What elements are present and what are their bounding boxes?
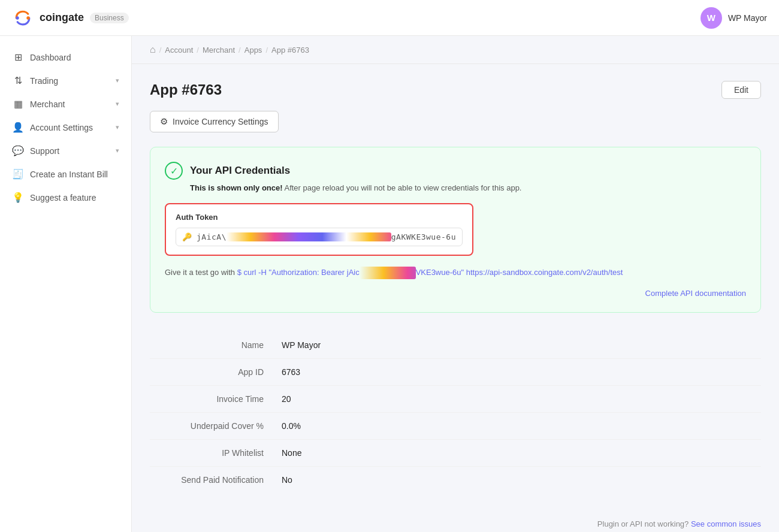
detail-value: 0.0% [282, 421, 301, 431]
token-blurred [227, 232, 391, 241]
sidebar-item-label: Suggest a feature [30, 193, 96, 202]
api-doc-link-area: Complete API documentation [165, 289, 746, 298]
home-icon[interactable]: ⌂ [150, 44, 156, 55]
api-subtitle-bold: This is shown only once! [190, 183, 283, 192]
settings-icon: ⚙ [160, 116, 168, 127]
page-footer: Plugin or API not working? See common is… [132, 510, 779, 532]
detail-label: Name [150, 340, 282, 350]
sidebar-item-merchant[interactable]: ▦ Merchant ▾ [0, 92, 131, 116]
main-content: ⌂ / Account / Merchant / Apps / App #676… [132, 36, 779, 532]
sidebar-item-account-settings[interactable]: 👤 Account Settings ▾ [0, 116, 131, 139]
breadcrumb-sep: / [238, 46, 241, 55]
trading-icon: ⇅ [12, 75, 24, 86]
breadcrumb-apps[interactable]: Apps [244, 46, 262, 55]
check-icon: ✓ [165, 162, 183, 180]
top-bar: coingate Business W WP Mayor [0, 0, 779, 36]
account-settings-icon: 👤 [12, 122, 24, 133]
chevron-down-icon: ▾ [116, 77, 119, 84]
breadcrumb-sep: / [159, 46, 162, 55]
api-doc-link[interactable]: Complete API documentation [645, 289, 746, 298]
sidebar-item-label: Create an Instant Bill [30, 170, 108, 179]
detail-label: IP Whitelist [150, 448, 282, 458]
detail-value: WP Mayor [282, 340, 321, 350]
detail-value: None [282, 448, 301, 458]
detail-value: 6763 [282, 367, 300, 377]
page-content-area: App #6763 Edit ⚙ Invoice Currency Settin… [132, 64, 779, 510]
dashboard-icon: ⊞ [12, 52, 24, 63]
user-name: WP Mayor [728, 13, 767, 23]
key-icon: 🔑 [182, 232, 192, 241]
main-area: ⊞ Dashboard ⇅ Trading ▾ ▦ Merchant ▾ 👤 A… [0, 36, 779, 532]
test-prefix: Give it a test go with [165, 268, 237, 277]
sidebar-item-label: Trading [30, 76, 58, 86]
sidebar-item-label: Support [30, 146, 59, 156]
app-wrapper: coingate Business W WP Mayor ⊞ Dashboard… [0, 0, 779, 532]
detail-label: Underpaid Cover % [150, 421, 282, 431]
breadcrumb-merchant[interactable]: Merchant [203, 46, 235, 55]
logo-text: coingate [40, 11, 84, 24]
instant-bill-icon: 🧾 [12, 168, 24, 180]
test-command: $ curl -H "Authorization: Bearer jAic VK… [237, 268, 464, 277]
auth-token-label: Auth Token [176, 213, 463, 222]
suggest-icon: 💡 [12, 192, 24, 203]
table-row: App ID 6763 [150, 359, 761, 386]
sidebar-item-label: Dashboard [30, 53, 71, 62]
svg-point-1 [16, 16, 19, 19]
business-badge: Business [90, 13, 129, 23]
api-card-header: ✓ Your API Credentials [165, 162, 746, 180]
api-credentials-title: Your API Credentials [190, 165, 290, 177]
chevron-down-icon: ▾ [116, 123, 119, 131]
chevron-down-icon: ▾ [116, 147, 119, 155]
sidebar-item-label: Merchant [30, 99, 65, 109]
common-issues-link[interactable]: See common issues [691, 519, 761, 528]
invoice-currency-button[interactable]: ⚙ Invoice Currency Settings [150, 111, 279, 132]
detail-label: Invoice Time [150, 394, 282, 404]
user-avatar: W [701, 7, 722, 29]
test-url[interactable]: https://api-sandbox.coingate.com/v2/auth… [466, 268, 623, 277]
breadcrumb-sep: / [265, 46, 268, 55]
api-subtitle-rest: After page reload you will not be able t… [283, 183, 522, 192]
detail-label: App ID [150, 367, 282, 377]
merchant-icon: ▦ [12, 98, 24, 110]
edit-button[interactable]: Edit [721, 81, 761, 99]
sidebar-item-label: Account Settings [30, 123, 93, 132]
auth-token-input-row: 🔑 jAicA\ gAKWKE3wue-6u [176, 228, 463, 246]
table-row: Name WP Mayor [150, 332, 761, 359]
breadcrumb: ⌂ / Account / Merchant / Apps / App #676… [132, 36, 779, 64]
table-row: Invoice Time 20 [150, 386, 761, 413]
breadcrumb-current: App #6763 [271, 46, 309, 55]
sidebar-item-trading[interactable]: ⇅ Trading ▾ [0, 69, 131, 92]
token-start: jAicA\ [197, 232, 227, 241]
invoice-currency-label: Invoice Currency Settings [173, 117, 268, 126]
coingate-logo-icon [12, 7, 34, 29]
footer-text: Plugin or API not working? [597, 519, 691, 528]
api-test-row: Give it a test go with $ curl -H "Author… [165, 267, 746, 279]
detail-value: No [282, 475, 292, 485]
detail-value: 20 [282, 394, 291, 404]
sidebar-item-dashboard[interactable]: ⊞ Dashboard [0, 46, 131, 69]
detail-label: Send Paid Notification [150, 475, 282, 485]
sidebar-item-create-instant-bill[interactable]: 🧾 Create an Instant Bill [0, 162, 131, 186]
page-header: App #6763 Edit [150, 81, 761, 99]
support-icon: 💬 [12, 145, 24, 156]
table-row: Send Paid Notification No [150, 467, 761, 493]
svg-point-0 [26, 16, 29, 19]
auth-token-box: Auth Token 🔑 jAicA\ gAKWKE3wue-6u [165, 203, 473, 256]
chevron-down-icon: ▾ [116, 100, 119, 108]
table-row: IP Whitelist None [150, 440, 761, 467]
logo-area: coingate Business [12, 7, 129, 29]
page-title: App #6763 [150, 81, 222, 98]
sidebar: ⊞ Dashboard ⇅ Trading ▾ ▦ Merchant ▾ 👤 A… [0, 36, 132, 532]
token-value: jAicA\ gAKWKE3wue-6u [197, 232, 456, 241]
api-credentials-card: ✓ Your API Credentials This is shown onl… [150, 147, 761, 313]
user-area: W WP Mayor [701, 7, 767, 29]
sidebar-item-support[interactable]: 💬 Support ▾ [0, 139, 131, 162]
api-subtitle: This is shown only once! After page relo… [190, 183, 746, 192]
token-end: gAKWKE3wue-6u [391, 232, 456, 241]
table-row: Underpaid Cover % 0.0% [150, 413, 761, 440]
breadcrumb-sep: / [197, 46, 199, 55]
breadcrumb-account[interactable]: Account [165, 46, 193, 55]
details-table: Name WP Mayor App ID 6763 Invoice Time 2… [150, 332, 761, 493]
sidebar-item-suggest-feature[interactable]: 💡 Suggest a feature [0, 186, 131, 209]
